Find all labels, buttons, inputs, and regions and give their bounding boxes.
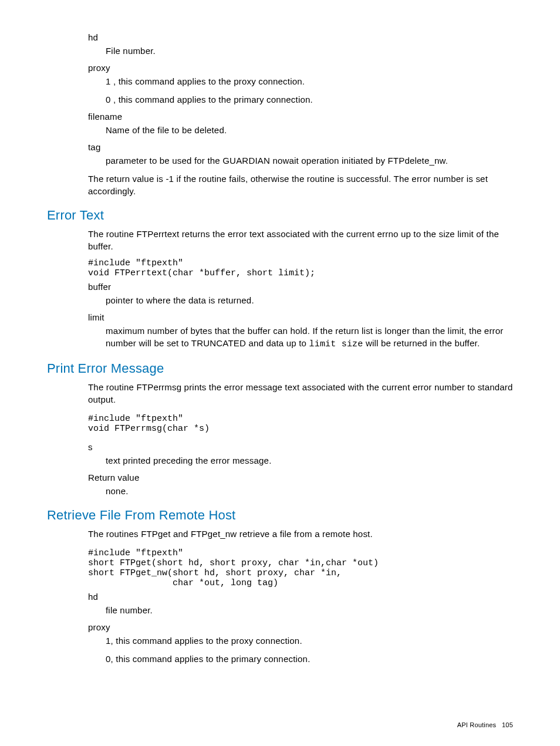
retrieve-proxy-label: proxy [88, 622, 513, 632]
param-tag-def: parameter to be used for the GUARDIAN no… [106, 154, 513, 167]
param-s-def: text printed preceding the error message… [106, 454, 513, 467]
limit-def-post: will be returned in the buffer. [363, 338, 480, 348]
print-error-intro: The routine FTPerrmsg prints the error m… [88, 381, 513, 406]
page-footer: API Routines 105 [457, 721, 513, 728]
param-limit-def: maximum number of bytes that the buffer … [106, 325, 513, 350]
param-tag-label: tag [88, 142, 513, 152]
param-proxy-0: 0 , this command applies to the primary … [106, 93, 513, 106]
footer-page-number: 105 [502, 721, 513, 728]
footer-section: API Routines [457, 721, 497, 728]
error-text-intro: The routine FTPerrtext returns the error… [88, 228, 513, 252]
print-error-code: #include "ftpexth" void FTPerrmsg(char *… [88, 414, 513, 434]
return-value-text: The return value is -1 if the routine fa… [88, 173, 513, 197]
retrieve-hd-def: file number. [106, 604, 513, 616]
return-label: Return value [88, 472, 513, 482]
param-filename-def: Name of the file to be deleted. [106, 124, 513, 136]
heading-retrieve: Retrieve File From Remote Host [47, 508, 513, 523]
limit-def-mono: limit size [309, 339, 363, 349]
param-limit-label: limit [88, 312, 513, 322]
retrieve-proxy-1: 1, this command applies to the proxy con… [106, 634, 513, 647]
heading-error-text: Error Text [47, 208, 513, 223]
param-proxy-1: 1 , this command applies to the proxy co… [106, 75, 513, 87]
page-body: hd File number. proxy 1 , this command a… [0, 0, 560, 694]
retrieve-code: #include "ftpexth" short FTPget(short hd… [88, 548, 513, 588]
param-hd-def: File number. [106, 45, 513, 57]
retrieve-hd-label: hd [88, 592, 513, 602]
return-value: none. [106, 485, 513, 497]
param-buffer-label: buffer [88, 282, 513, 292]
param-proxy-label: proxy [88, 63, 513, 73]
param-hd-label: hd [88, 32, 513, 42]
retrieve-proxy-0: 0, this command applies to the primary c… [106, 653, 513, 665]
param-s-label: s [88, 442, 513, 452]
param-filename-label: filename [88, 112, 513, 121]
retrieve-intro: The routines FTPget and FTPget_nw retrie… [88, 528, 513, 540]
error-text-code: #include "ftpexth" void FTPerrtext(char … [88, 258, 513, 278]
param-buffer-def: pointer to where the data is returned. [106, 294, 513, 306]
heading-print-error: Print Error Message [47, 361, 513, 376]
